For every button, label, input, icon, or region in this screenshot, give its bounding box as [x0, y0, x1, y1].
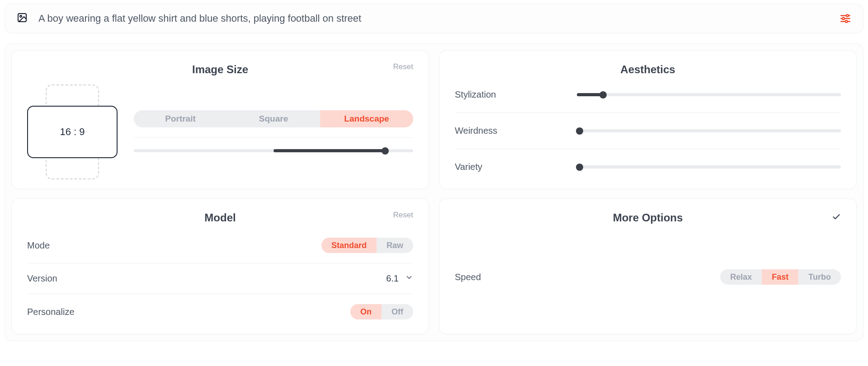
- image-size-card: Image Size Reset 16 : 9 PortraitSquareLa…: [11, 50, 429, 189]
- model-card: Model Reset Mode StandardRaw Version 6.1…: [11, 198, 429, 334]
- speed-option-fast[interactable]: Fast: [762, 269, 798, 285]
- model-reset[interactable]: Reset: [393, 211, 413, 220]
- aesthetics-row-variety: Variety: [455, 159, 841, 175]
- aesthetics-row-weirdness: Weirdness: [455, 123, 841, 139]
- personalize-label: Personalize: [27, 307, 75, 317]
- image-size-title: Image Size: [27, 63, 413, 76]
- aesthetics-label-weirdness: Weirdness: [455, 126, 559, 136]
- aesthetics-card: Aesthetics StylizationWeirdnessVariety: [439, 50, 857, 189]
- aspect-slider[interactable]: [134, 148, 413, 154]
- more-options-title: More Options: [455, 211, 841, 224]
- aesthetics-slider-variety[interactable]: [577, 164, 841, 170]
- speed-option-relax[interactable]: Relax: [720, 269, 762, 285]
- aspect-ratio-label: 16 : 9: [60, 126, 85, 138]
- mode-segmented: StandardRaw: [321, 238, 413, 253]
- orientation-segmented: PortraitSquareLandscape: [134, 110, 413, 127]
- more-options-card: More Options Speed RelaxFastTurbo: [439, 198, 857, 334]
- image-icon: [17, 12, 28, 25]
- aesthetics-slider-weirdness[interactable]: [577, 128, 841, 134]
- aesthetics-row-stylization: Stylization: [455, 87, 841, 103]
- mode-option-raw[interactable]: Raw: [377, 238, 413, 253]
- version-label: Version: [27, 273, 57, 284]
- personalize-segmented: OnOff: [350, 304, 413, 319]
- aesthetics-slider-stylization[interactable]: [577, 92, 841, 98]
- aesthetics-label-variety: Variety: [455, 162, 559, 172]
- aesthetics-rows: StylizationWeirdnessVariety: [455, 87, 841, 175]
- aspect-preview-landscape: 16 : 9: [27, 106, 118, 158]
- speed-option-turbo[interactable]: Turbo: [798, 269, 841, 285]
- aspect-preview: 16 : 9: [27, 87, 118, 177]
- orientation-option-square[interactable]: Square: [227, 110, 320, 127]
- orientation-option-portrait[interactable]: Portrait: [134, 110, 227, 127]
- version-select[interactable]: 6.1: [386, 273, 413, 284]
- svg-point-3: [846, 14, 849, 17]
- image-size-reset[interactable]: Reset: [393, 62, 413, 71]
- mode-label: Mode: [27, 240, 50, 251]
- speed-label: Speed: [455, 272, 481, 282]
- speed-segmented: RelaxFastTurbo: [720, 269, 841, 285]
- personalize-option-on[interactable]: On: [350, 304, 382, 319]
- aesthetics-title: Aesthetics: [455, 63, 841, 76]
- check-icon[interactable]: [832, 212, 841, 223]
- svg-point-1: [20, 15, 22, 17]
- aesthetics-label-stylization: Stylization: [455, 89, 559, 100]
- prompt-input[interactable]: [38, 12, 830, 25]
- model-title: Model: [27, 211, 413, 224]
- svg-point-5: [842, 18, 844, 20]
- personalize-option-off[interactable]: Off: [382, 304, 413, 319]
- chevron-down-icon: [405, 273, 413, 284]
- version-value: 6.1: [386, 273, 399, 284]
- orientation-option-landscape[interactable]: Landscape: [320, 110, 413, 127]
- svg-point-7: [845, 20, 848, 23]
- sliders-icon[interactable]: [840, 13, 851, 24]
- prompt-bar: [5, 4, 863, 33]
- settings-panels: Image Size Reset 16 : 9 PortraitSquareLa…: [5, 43, 863, 341]
- mode-option-standard[interactable]: Standard: [321, 238, 377, 253]
